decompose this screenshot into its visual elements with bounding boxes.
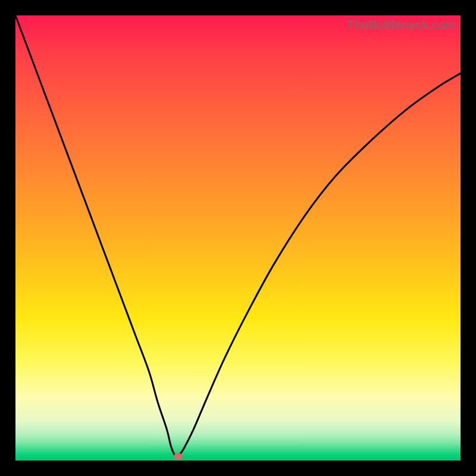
plot-area: TheBottleneck.com [15, 15, 461, 461]
bottleneck-curve [15, 15, 461, 461]
chart-stage: TheBottleneck.com [0, 0, 476, 476]
curve-path [15, 15, 461, 456]
minimum-marker [174, 453, 183, 459]
